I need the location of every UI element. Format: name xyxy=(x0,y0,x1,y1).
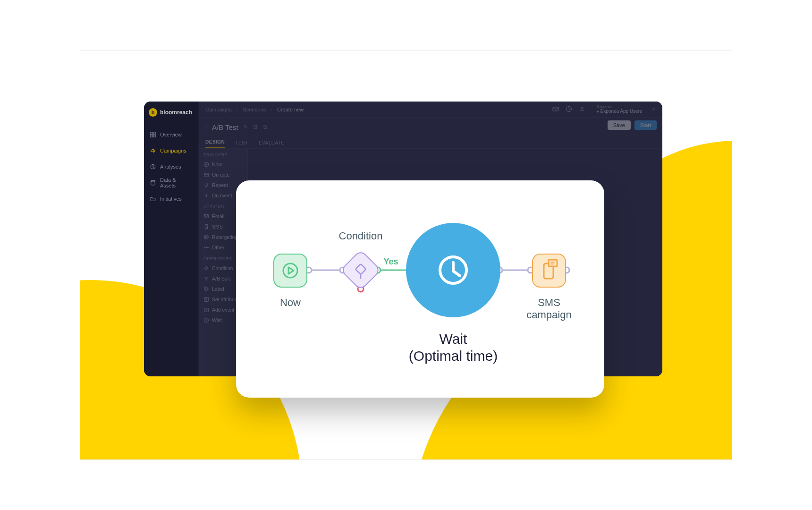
database-icon xyxy=(150,179,156,186)
svg-rect-43 xyxy=(549,260,557,266)
brand-logo-icon: b xyxy=(149,108,157,117)
marketing-frame: b bloomreach OverviewCampaignsAnalysesDa… xyxy=(80,50,732,460)
flow-node-wait[interactable] xyxy=(406,223,500,317)
svg-rect-34 xyxy=(274,254,307,287)
sidebar-item-campaigns[interactable]: Campaigns xyxy=(147,143,195,158)
sidebar-item-label: Overview xyxy=(160,132,182,137)
svg-rect-36 xyxy=(341,250,381,290)
primary-nav: OverviewCampaignsAnalysesData & AssetsIn… xyxy=(144,127,198,207)
flow-edge-yes-label: Yes xyxy=(383,257,398,266)
folder-icon xyxy=(150,196,156,202)
sidebar-item-data-assets[interactable]: Data & Assets xyxy=(147,175,195,190)
flow-node-wait-label-1: Wait xyxy=(440,331,468,347)
brand: b bloomreach xyxy=(144,108,198,127)
grid-icon xyxy=(150,131,156,138)
flow-node-now[interactable] xyxy=(274,254,307,287)
flow-card: Now Condition Yes Wait (Optimal ti xyxy=(236,180,604,398)
svg-rect-0 xyxy=(151,132,152,134)
flow-node-condition[interactable] xyxy=(341,250,381,290)
flow-node-sms[interactable] xyxy=(533,254,566,287)
pie-icon xyxy=(150,163,156,170)
sidebar-item-initiatives[interactable]: Initiatives xyxy=(147,191,195,206)
svg-rect-2 xyxy=(151,135,152,137)
flow-node-sms-label-2: campaign xyxy=(526,309,571,321)
svg-rect-41 xyxy=(533,254,566,287)
flow-node-condition-label: Condition xyxy=(339,230,383,242)
sidebar-item-overview[interactable]: Overview xyxy=(147,127,195,142)
sidebar-item-label: Analyses xyxy=(160,164,181,170)
sidebar-item-analyses[interactable]: Analyses xyxy=(147,159,195,174)
svg-point-5 xyxy=(151,180,155,182)
sidebar-item-label: Initiatives xyxy=(160,196,182,202)
sidebar-item-label: Data & Assets xyxy=(160,177,193,188)
brand-name: bloomreach xyxy=(160,109,192,116)
app-sidebar: b bloomreach OverviewCampaignsAnalysesDa… xyxy=(144,102,199,376)
flow-node-wait-label-2: (Optimal time) xyxy=(409,348,498,364)
megaphone-icon xyxy=(150,147,156,154)
svg-rect-3 xyxy=(153,135,155,137)
sidebar-item-label: Campaigns xyxy=(160,148,186,153)
svg-rect-1 xyxy=(153,132,155,134)
flow-diagram: Now Condition Yes Wait (Optimal ti xyxy=(250,195,590,383)
flow-node-now-label: Now xyxy=(280,297,301,308)
flow-node-sms-label-1: SMS xyxy=(538,297,560,308)
